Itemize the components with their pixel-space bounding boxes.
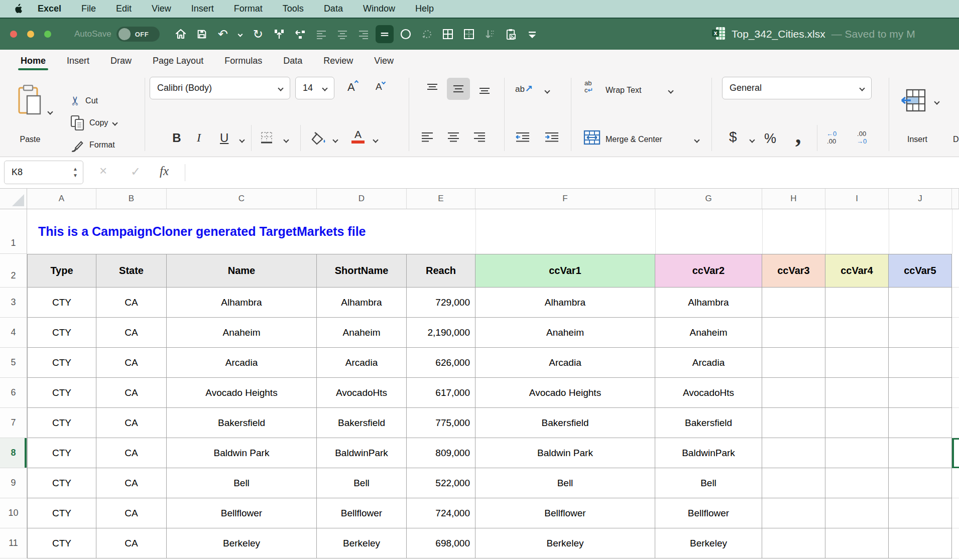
cell[interactable]: Alhambra [167, 288, 317, 318]
cell[interactable]: CTY [27, 468, 96, 498]
formula-input[interactable] [191, 161, 954, 184]
cell[interactable]: CA [96, 408, 167, 438]
header-cell-ccVar5[interactable]: ccVar5 [889, 254, 952, 288]
wrap-text-button[interactable]: Wrap Text [606, 86, 641, 95]
cell[interactable] [825, 318, 889, 348]
row-header-10[interactable]: 10 [0, 498, 27, 528]
cell-row1-empty[interactable] [655, 209, 762, 254]
cell[interactable]: Alhambra [317, 288, 407, 318]
grow-font-button[interactable]: A [347, 81, 358, 94]
cell[interactable] [762, 528, 825, 558]
font-color-chevron-icon[interactable] [373, 137, 378, 143]
cell[interactable]: 724,000 [407, 498, 475, 528]
cell[interactable]: Arcadia [317, 348, 407, 378]
decrease-decimal-button[interactable]: .00 →0 [857, 130, 867, 145]
name-box[interactable]: K8 ▲ ▼ [4, 161, 83, 184]
cell[interactable]: CA [96, 468, 167, 498]
cell[interactable]: AvocadoHts [655, 378, 762, 408]
tab-review[interactable]: Review [313, 50, 364, 72]
cell[interactable]: Bell [655, 468, 762, 498]
cell-K-partial[interactable] [952, 528, 959, 558]
underline-button[interactable]: U [220, 131, 228, 145]
toolbar-overflow-icon[interactable] [523, 25, 541, 43]
underline-menu-chevron-icon[interactable] [239, 137, 245, 143]
number-format-select[interactable]: General [722, 77, 872, 99]
borders-grid-icon[interactable] [439, 25, 457, 43]
name-box-steppers[interactable]: ▲ ▼ [73, 167, 78, 178]
cell[interactable]: CA [96, 528, 167, 558]
column-header-E[interactable]: E [407, 189, 475, 209]
shift-cells-left-icon[interactable] [291, 25, 309, 43]
row-header-6[interactable]: 6 [0, 378, 27, 408]
merge-center-chevron-icon[interactable] [694, 137, 699, 143]
currency-button[interactable]: $ [729, 129, 737, 145]
undo-menu-chevron-icon[interactable] [235, 27, 246, 42]
cell[interactable]: CTY [27, 318, 96, 348]
font-color-button[interactable]: A [351, 129, 365, 144]
cell[interactable] [825, 498, 889, 528]
header-cell-Name[interactable]: Name [167, 254, 317, 288]
cell[interactable]: Bakersfield [317, 408, 407, 438]
cell[interactable]: Anaheim [475, 318, 655, 348]
insert-cells-chevron-icon[interactable] [934, 99, 939, 104]
cell[interactable] [762, 468, 825, 498]
stepper-up-icon[interactable]: ▲ [73, 167, 78, 172]
column-header-J[interactable]: J [889, 189, 952, 209]
cell[interactable]: Alhambra [655, 288, 762, 318]
save-icon[interactable] [193, 25, 211, 43]
tab-page-layout[interactable]: Page Layout [142, 50, 214, 72]
cell[interactable]: Berkeley [475, 528, 655, 558]
bold-button[interactable]: B [168, 131, 186, 145]
cell[interactable]: 617,000 [407, 378, 475, 408]
cell[interactable]: Bell [475, 468, 655, 498]
row-header-8[interactable]: 8 [0, 438, 27, 468]
menu-help[interactable]: Help [405, 4, 444, 14]
header-cell-ccVar1[interactable]: ccVar1 [475, 254, 655, 288]
cell-K-partial[interactable] [952, 318, 959, 348]
cell[interactable]: Bellflower [655, 498, 762, 528]
cell[interactable]: Bakersfield [167, 408, 317, 438]
cell[interactable] [889, 528, 952, 558]
fill-color-button[interactable] [310, 132, 326, 148]
cell[interactable] [762, 408, 825, 438]
select-all-corner[interactable] [0, 189, 27, 209]
row-header-1[interactable]: 1 [0, 209, 27, 254]
menu-view[interactable]: View [142, 4, 181, 14]
header-cell-ccVar4[interactable]: ccVar4 [825, 254, 889, 288]
column-header-B[interactable]: B [96, 189, 167, 209]
font-size-select[interactable]: 14 [295, 77, 334, 99]
cell[interactable]: 729,000 [407, 288, 475, 318]
column-header-A[interactable]: A [27, 189, 96, 209]
cell[interactable]: Bell [317, 468, 407, 498]
cell[interactable]: Berkeley [167, 528, 317, 558]
sort-descending-icon[interactable] [481, 25, 499, 43]
cell-K-partial[interactable] [952, 498, 959, 528]
cell[interactable]: Alhambra [475, 288, 655, 318]
cell[interactable]: CA [96, 438, 167, 468]
cell[interactable]: Bell [167, 468, 317, 498]
paste-as-picture-icon[interactable] [502, 25, 520, 43]
cell[interactable]: Bellflower [167, 498, 317, 528]
cell[interactable] [825, 288, 889, 318]
column-header-I[interactable]: I [825, 189, 889, 209]
cell[interactable]: CA [96, 378, 167, 408]
cell[interactable]: Arcadia [475, 348, 655, 378]
cell[interactable] [762, 318, 825, 348]
header-cell-Reach[interactable]: Reach [407, 254, 475, 288]
cancel-icon[interactable]: × [99, 163, 107, 179]
column-header-K-partial[interactable] [952, 189, 959, 209]
menu-insert[interactable]: Insert [181, 4, 224, 14]
close-window-button[interactable] [10, 31, 17, 38]
cell[interactable] [825, 438, 889, 468]
cell[interactable] [889, 378, 952, 408]
align-text-right-button[interactable] [473, 131, 486, 146]
cell[interactable]: AvocadoHts [317, 378, 407, 408]
cell[interactable]: 775,000 [407, 408, 475, 438]
paste-cells-up-icon[interactable] [270, 25, 288, 43]
cell[interactable] [825, 468, 889, 498]
row-header-7[interactable]: 7 [0, 408, 27, 438]
header-cell-State[interactable]: State [96, 254, 167, 288]
column-header-D[interactable]: D [317, 189, 407, 209]
align-middle-button[interactable] [447, 78, 470, 100]
undo-icon[interactable]: ↶ [214, 25, 232, 43]
